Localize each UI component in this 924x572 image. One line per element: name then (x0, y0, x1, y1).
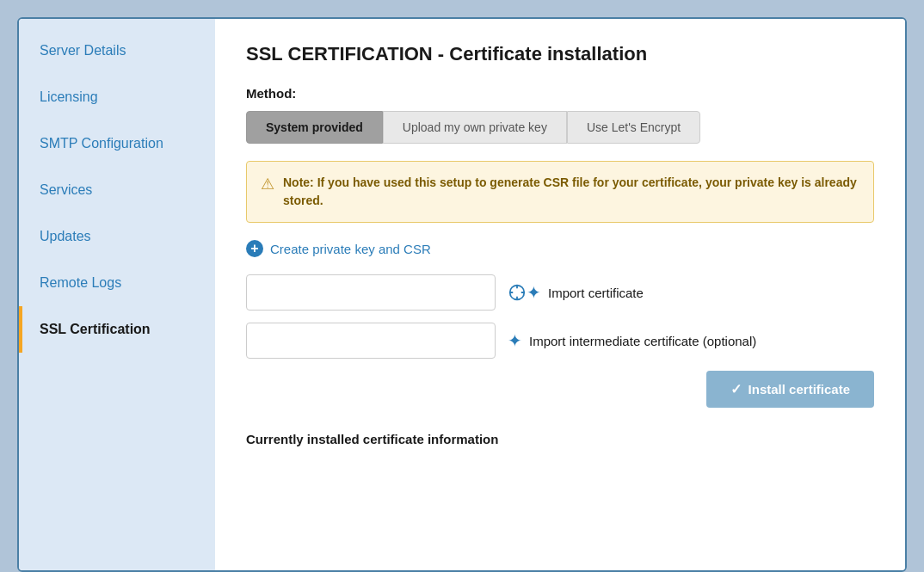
sidebar-item-services[interactable]: Services (19, 167, 215, 213)
tab-lets-encrypt[interactable]: Use Let's Encrypt (567, 111, 700, 144)
cert-info-title: Currently installed certificate informat… (246, 432, 874, 446)
plus-icon: + (246, 240, 263, 257)
sidebar: Server Details Licensing SMTP Configurat… (19, 19, 215, 570)
page-title: SSL CERTIFICATION - Certificate installa… (246, 43, 874, 65)
gear-badge-icon-2: ✦ (508, 330, 522, 351)
create-csr-row[interactable]: + Create private key and CSR (246, 240, 874, 257)
method-tabs: System provided Upload my own private ke… (246, 111, 874, 144)
import-intermediate-row: ✦ Import intermediate certificate (optio… (246, 323, 874, 359)
note-text: Note: If you have used this setup to gen… (283, 174, 859, 210)
import-certificate-input[interactable] (246, 274, 496, 311)
create-csr-label: Create private key and CSR (270, 242, 431, 256)
tab-upload-private-key[interactable]: Upload my own private key (383, 111, 567, 144)
import-intermediate-label: ✦ Import intermediate certificate (optio… (508, 330, 756, 351)
import-intermediate-input[interactable] (246, 323, 496, 359)
gear-badge-icon: ✦ (508, 282, 541, 303)
sidebar-item-smtp-configuration[interactable]: SMTP Configuration (19, 120, 215, 167)
install-certificate-button[interactable]: ✓ Install certificate (706, 371, 874, 408)
sidebar-item-licensing[interactable]: Licensing (19, 74, 215, 120)
sidebar-item-server-details[interactable]: Server Details (19, 28, 215, 74)
note-box: ⚠ Note: If you have used this setup to g… (246, 161, 874, 223)
method-label: Method: (246, 86, 874, 101)
import-intermediate-text: Import intermediate certificate (optiona… (529, 334, 756, 348)
import-certificate-row: ✦ Import certificate (246, 274, 874, 311)
checkmark-icon: ✓ (730, 381, 742, 397)
import-certificate-label: ✦ Import certificate (508, 282, 644, 303)
app-window: Server Details Licensing SMTP Configurat… (17, 17, 907, 572)
tab-system-provided[interactable]: System provided (246, 111, 383, 144)
sidebar-item-updates[interactable]: Updates (19, 213, 215, 260)
install-btn-label: Install certificate (748, 382, 850, 397)
warning-icon: ⚠ (261, 175, 274, 194)
import-certificate-text: Import certificate (548, 286, 644, 300)
sidebar-item-ssl-certification[interactable]: SSL Certification (19, 306, 215, 353)
sidebar-item-remote-logs[interactable]: Remote Logs (19, 260, 215, 306)
main-content: SSL CERTIFICATION - Certificate installa… (215, 19, 905, 570)
install-btn-row: ✓ Install certificate (246, 371, 874, 408)
